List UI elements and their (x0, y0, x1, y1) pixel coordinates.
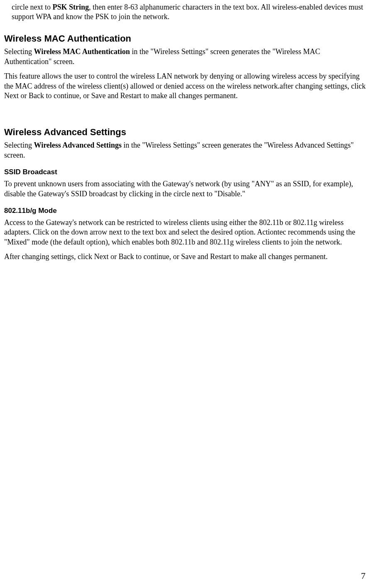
heading-wireless-mac-auth: Wireless MAC Authentication (4, 33, 369, 45)
heading-wireless-advanced: Wireless Advanced Settings (4, 126, 369, 138)
ssid-broadcast-p: To prevent unknown users from associatin… (4, 179, 369, 199)
heading-80211bg-mode: 802.11b/g Mode (4, 206, 369, 215)
heading-ssid-broadcast: SSID Broadcast (4, 168, 369, 177)
psk-string-bold: PSK String (52, 3, 89, 11)
mac-auth-p2: This feature allows the user to control … (4, 72, 369, 101)
mac-auth-p1: Selecting Wireless MAC Authentication in… (4, 47, 369, 67)
psk-text-pre: circle next to (12, 3, 52, 11)
adv-p1: Selecting Wireless Advanced Settings in … (4, 141, 369, 160)
mode-p2: After changing settings, click Next or B… (4, 252, 369, 262)
mac-auth-p1-bold: Wireless MAC Authentication (34, 47, 130, 56)
adv-p1-bold: Wireless Advanced Settings (34, 141, 121, 149)
psk-paragraph: circle next to PSK String, then enter 8-… (12, 2, 369, 22)
mac-auth-p1-pre: Selecting (4, 47, 34, 56)
mode-p1: Access to the Gateway's network can be r… (4, 218, 369, 247)
adv-p1-pre: Selecting (4, 141, 34, 149)
